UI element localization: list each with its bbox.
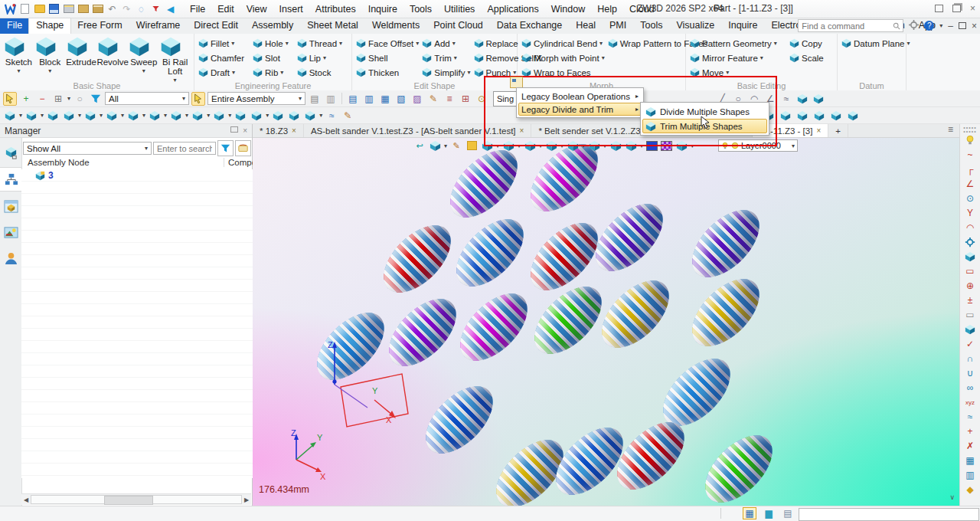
shape-tool-12-icon[interactable] xyxy=(234,109,247,123)
show-all-select[interactable]: Show All▾ xyxy=(23,142,152,155)
box-pair-icon[interactable] xyxy=(609,139,622,152)
scroll-thumb[interactable] xyxy=(104,496,153,505)
striped-ellipsoid[interactable] xyxy=(445,208,536,299)
part-doc3-icon[interactable]: ▦ xyxy=(378,92,392,106)
no-snap-icon[interactable]: ✗ xyxy=(962,439,978,453)
dim-icon[interactable]: ± xyxy=(962,293,978,307)
shape-tool-6-icon[interactable] xyxy=(105,109,119,123)
clamp-icon[interactable]: ∩ xyxy=(962,352,978,365)
ribbon-button-rib[interactable]: Rib▾ xyxy=(252,65,295,80)
ribbon-button-slot[interactable]: Slot xyxy=(252,51,295,65)
new-file-icon[interactable] xyxy=(18,2,32,15)
crosshair-icon[interactable]: + xyxy=(962,424,978,438)
scope-select[interactable]: Entire Assembly▾ xyxy=(207,92,305,105)
sheet-icon[interactable]: ▭ xyxy=(962,308,978,322)
compass-icon[interactable]: ⊙ xyxy=(962,192,978,205)
striped-ellipsoid[interactable] xyxy=(449,282,540,373)
purple-swatch[interactable] xyxy=(661,141,672,151)
ribbon-tab-heal[interactable]: Heal xyxy=(569,18,603,34)
status-message-field[interactable] xyxy=(799,508,979,521)
chain-icon[interactable]: ∞ xyxy=(962,381,978,395)
menu-item-legacy-divide-and-trim[interactable]: Legacy Divide and Trim▸ xyxy=(518,103,642,116)
ribbon-button-mirror-feature[interactable]: Mirror Feature▾ xyxy=(689,51,787,65)
bulb-icon[interactable] xyxy=(962,133,978,147)
ribbon-button-hole[interactable]: Hole▾ xyxy=(252,36,295,51)
ribbon-button-face-offset[interactable]: Face Offset▾ xyxy=(355,36,420,51)
part-doc-icon[interactable]: ▤ xyxy=(346,92,360,106)
unpack-icon[interactable] xyxy=(90,2,105,15)
eraser-icon[interactable]: ✎ xyxy=(450,139,462,152)
menu-item-legacy-boolean-operations[interactable]: Legacy Boolean Operations▸ xyxy=(518,90,642,103)
ribbon-tab-shape[interactable]: Shape xyxy=(29,18,70,34)
viewport-scroll-chevron[interactable]: ∨ xyxy=(949,493,955,501)
striped-ellipsoid[interactable] xyxy=(372,214,463,305)
angle-icon[interactable]: ∠ xyxy=(962,177,978,191)
shape-tool-13-icon[interactable] xyxy=(250,109,263,123)
shape-tool-8-icon[interactable] xyxy=(148,109,162,123)
redo-icon[interactable]: ↷ xyxy=(119,2,134,15)
menubar-item-edit[interactable]: Edit xyxy=(211,4,240,15)
ribbon-button-thread[interactable]: Thread▾ xyxy=(296,36,348,51)
history-list-icon[interactable]: ≡ xyxy=(443,92,456,106)
constraint-icon[interactable]: ~ xyxy=(962,148,978,162)
striped-ellipsoid[interactable] xyxy=(305,301,397,392)
ribbon-button-extrude[interactable]: Extrude xyxy=(66,35,97,78)
settings-gear-icon[interactable] xyxy=(909,20,919,32)
help-dropdown-icon[interactable]: ▾ xyxy=(939,22,942,29)
table2-icon[interactable]: ▥ xyxy=(962,468,978,482)
shape-tool-10-icon[interactable] xyxy=(191,109,204,123)
menubar-item-utilities[interactable]: Utilities xyxy=(438,4,481,15)
shape-tool-2-icon[interactable] xyxy=(24,109,38,123)
rotate-view-icon[interactable] xyxy=(191,92,205,106)
quick-filter-icon[interactable] xyxy=(149,2,163,15)
ribbon-button-datum-plane[interactable]: Datum Plane▾ xyxy=(841,36,911,51)
shape-tool-icon[interactable] xyxy=(846,109,860,123)
ribbon-tab-assembly[interactable]: Assembly xyxy=(245,18,300,34)
lock-icon[interactable]: ◆ xyxy=(962,483,978,496)
close-icon[interactable]: × xyxy=(972,21,977,31)
visual-manager-icon[interactable] xyxy=(0,221,21,244)
shape-tool-15-icon[interactable] xyxy=(287,109,301,123)
menubar-item-view[interactable]: View xyxy=(240,4,273,15)
ribbon-button-stock[interactable]: Stock xyxy=(296,65,348,80)
align-icon[interactable]: ▤ xyxy=(308,92,322,106)
chart-icon[interactable] xyxy=(795,109,809,123)
close-tab-icon[interactable]: × xyxy=(816,126,821,135)
menubar-item-applications[interactable]: Applications xyxy=(481,4,544,15)
print-icon[interactable] xyxy=(61,2,76,15)
shape-tool-14-icon[interactable] xyxy=(271,109,285,123)
collapse-left-icon[interactable]: ◀ xyxy=(163,2,178,15)
hatch-icon[interactable]: ≈ xyxy=(962,410,978,424)
manager-h-scrollbar[interactable]: ◀ ▶ xyxy=(21,493,251,505)
ribbon-button-block[interactable]: Block▾ xyxy=(34,35,66,78)
ribbon-button-chamfer[interactable]: Chamfer xyxy=(198,51,250,65)
pattern-pick-icon[interactable]: ⊞ xyxy=(51,92,65,106)
check-icon[interactable]: ✓ xyxy=(962,337,978,351)
ribbon-button-sweep[interactable]: Sweep▾ xyxy=(128,35,159,78)
new-doc-tab[interactable]: + xyxy=(828,124,848,137)
close-panel-icon[interactable]: × xyxy=(243,126,247,135)
pin-panel-icon[interactable] xyxy=(230,126,238,133)
menubar-item-window[interactable]: Window xyxy=(545,4,591,15)
target-view-icon[interactable] xyxy=(588,139,600,152)
doc-tab-1[interactable]: * 18.Z3× xyxy=(253,124,304,137)
shape-tool-4-icon[interactable] xyxy=(62,109,76,123)
close-window-icon[interactable]: × xyxy=(970,3,975,14)
doc-tab-2[interactable]: AS-belt sander V.1.test.Z3 - [AS-belt sa… xyxy=(304,124,531,137)
ribbon-button-wrap-to-faces[interactable]: Wrap to Faces xyxy=(521,65,606,80)
balance-icon[interactable] xyxy=(779,109,792,123)
striped-ellipsoid[interactable] xyxy=(681,267,772,359)
measure-pen-icon[interactable]: ✎ xyxy=(341,109,354,123)
selector-icon[interactable]: ◌ xyxy=(134,2,149,15)
filter-button[interactable] xyxy=(217,140,234,156)
note-icon[interactable]: ▤ xyxy=(781,507,795,519)
ribbon-button-morph-with-point[interactable]: Morph with Point▾ xyxy=(521,51,606,65)
manager-search-input[interactable] xyxy=(153,142,216,155)
monitor-icon[interactable]: ▭ xyxy=(962,264,978,278)
ribbon-button-add[interactable]: Add▾ xyxy=(421,36,471,51)
shape-tool-5-icon[interactable] xyxy=(83,109,97,123)
render-cube-icon[interactable] xyxy=(524,139,536,152)
ribbon-tab-wireframe[interactable]: Wireframe xyxy=(129,18,188,34)
ribbon-tab-pmi[interactable]: PMI xyxy=(603,18,633,34)
assembly-manager-icon[interactable] xyxy=(0,167,21,192)
